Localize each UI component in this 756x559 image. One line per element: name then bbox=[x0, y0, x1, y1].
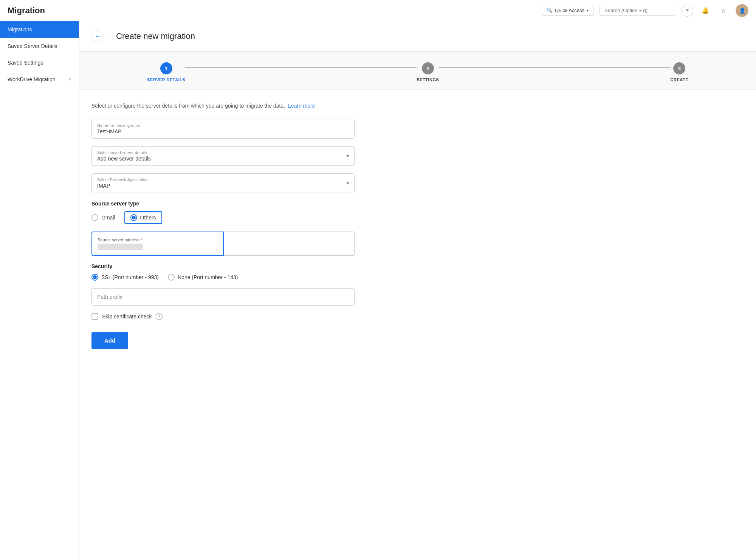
source-server-type-radio-group: Gmail Others bbox=[91, 211, 355, 224]
app-title: Migration bbox=[8, 6, 45, 15]
step-3-label: CREATE bbox=[671, 77, 688, 82]
help-icon: ? bbox=[686, 8, 689, 14]
skip-cert-row: Skip certificate check ? bbox=[91, 313, 355, 320]
learn-more-link[interactable]: Learn more bbox=[288, 103, 315, 109]
content-inner: ← Create new migration 1 SERVER DETAILS bbox=[79, 21, 756, 559]
saved-server-field: Select saved server details Add new serv… bbox=[91, 146, 355, 166]
step-3-number: 3 bbox=[678, 66, 681, 71]
external-link-icon: ↗ bbox=[68, 77, 71, 82]
notifications-button[interactable]: 🔔 bbox=[699, 5, 711, 17]
step-3-circle: 3 bbox=[673, 62, 685, 74]
app-container: Migration 🔍 Quick Access ▾ ? 🔔 ⌂ 👤 bbox=[0, 0, 756, 559]
home-button[interactable]: ⌂ bbox=[717, 5, 730, 17]
migration-name-field: Name for this migration bbox=[91, 119, 355, 139]
page-title: Create new migration bbox=[116, 31, 195, 41]
bell-icon: 🔔 bbox=[702, 7, 709, 14]
none-radio-label: None (Port number - 143) bbox=[178, 274, 238, 280]
step-2-circle: 2 bbox=[422, 62, 434, 74]
migration-name-input[interactable] bbox=[97, 128, 349, 134]
step-2-label: SETTINGS bbox=[417, 77, 439, 82]
protocol-value: IMAP bbox=[97, 183, 349, 189]
protocol-dropdown-icon: ▾ bbox=[347, 181, 349, 186]
step-2-number: 2 bbox=[426, 66, 429, 71]
search-input[interactable] bbox=[600, 5, 675, 16]
saved-server-select[interactable]: Select saved server details Add new serv… bbox=[91, 146, 355, 166]
protocol-label: Select Protocol/ Application bbox=[97, 178, 349, 182]
gmail-radio-label: Gmail bbox=[101, 215, 115, 221]
stepper: 1 SERVER DETAILS 2 SETTINGS bbox=[147, 62, 688, 82]
source-server-address-field: Source server address * bbox=[91, 232, 224, 256]
step-create: 3 CREATE bbox=[671, 62, 688, 82]
step-settings: 2 SETTINGS bbox=[417, 62, 439, 82]
content: ← Create new migration 1 SERVER DETAILS bbox=[79, 21, 756, 559]
step-1-number: 1 bbox=[165, 66, 167, 71]
migration-name-label: Name for this migration bbox=[97, 123, 349, 128]
sidebar-item-migrations-label: Migrations bbox=[8, 26, 32, 32]
top-bar-right: 🔍 Quick Access ▾ ? 🔔 ⌂ 👤 bbox=[542, 4, 748, 17]
gmail-radio-circle[interactable] bbox=[91, 214, 98, 221]
saved-server-label: Select saved server details bbox=[97, 150, 349, 155]
migration-name-wrap: Name for this migration bbox=[91, 119, 355, 139]
search-icon: 🔍 bbox=[547, 8, 553, 13]
ssl-radio-label: SSL (Port number - 993) bbox=[101, 274, 159, 280]
path-prefix-field bbox=[91, 288, 355, 306]
avatar-initial: 👤 bbox=[739, 8, 745, 14]
form-description: Select or configure the server details f… bbox=[91, 102, 355, 110]
back-button[interactable]: ← bbox=[91, 30, 104, 42]
source-server-address-label: Source server address * bbox=[98, 238, 218, 242]
top-bar: Migration 🔍 Quick Access ▾ ? 🔔 ⌂ 👤 bbox=[0, 0, 756, 21]
protocol-field: Select Protocol/ Application IMAP ▾ bbox=[91, 173, 355, 193]
sidebar: Migrations Saved Server Details Saved Se… bbox=[0, 21, 79, 559]
main-layout: Migrations Saved Server Details Saved Se… bbox=[0, 21, 756, 559]
others-radio-circle[interactable] bbox=[130, 214, 137, 221]
saved-server-dropdown-icon: ▾ bbox=[347, 153, 349, 159]
sidebar-item-migrations[interactable]: Migrations bbox=[0, 21, 79, 38]
sidebar-item-workdrive-migration-label: WorkDrive Migration bbox=[8, 76, 56, 82]
source-server-address-wrap: Source server address * bbox=[91, 232, 355, 256]
protocol-select[interactable]: Select Protocol/ Application IMAP ▾ bbox=[91, 173, 355, 193]
none-radio-circle[interactable] bbox=[168, 274, 175, 281]
quick-access-label: Quick Access bbox=[555, 8, 584, 13]
avatar[interactable]: 👤 bbox=[736, 4, 748, 17]
security-radio-group: SSL (Port number - 993) None (Port numbe… bbox=[91, 274, 355, 281]
source-server-address-masked bbox=[98, 244, 143, 250]
saved-server-value: Add new server details bbox=[97, 156, 349, 162]
skip-cert-label: Skip certificate check bbox=[102, 313, 152, 320]
security-section: Security SSL (Port number - 993) None (P… bbox=[91, 263, 355, 281]
home-icon: ⌂ bbox=[722, 7, 725, 14]
required-indicator: * bbox=[139, 238, 142, 242]
help-button[interactable]: ? bbox=[681, 5, 693, 17]
source-server-type-field: Source server type Gmail Others bbox=[91, 201, 355, 224]
form-description-text: Select or configure the server details f… bbox=[91, 103, 285, 109]
security-label: Security bbox=[91, 263, 355, 269]
path-prefix-input[interactable] bbox=[97, 294, 349, 300]
step-line-1 bbox=[185, 67, 417, 68]
skip-cert-help-icon[interactable]: ? bbox=[156, 313, 163, 320]
step-1-label: SERVER DETAILS bbox=[147, 77, 185, 82]
page-header: ← Create new migration bbox=[79, 21, 756, 52]
others-radio-label: Others bbox=[140, 215, 156, 221]
top-bar-left: Migration bbox=[8, 6, 45, 15]
radio-ssl[interactable]: SSL (Port number - 993) bbox=[91, 274, 159, 281]
source-server-type-label: Source server type bbox=[91, 201, 355, 207]
source-server-address-right-input[interactable] bbox=[229, 237, 349, 250]
radio-none[interactable]: None (Port number - 143) bbox=[168, 274, 238, 281]
sidebar-item-saved-server-details[interactable]: Saved Server Details bbox=[0, 38, 79, 54]
sidebar-item-workdrive-migration[interactable]: WorkDrive Migration ↗ bbox=[0, 71, 79, 88]
add-button[interactable]: Add bbox=[91, 332, 128, 349]
source-server-address-right[interactable] bbox=[224, 232, 355, 256]
ssl-radio-circle[interactable] bbox=[91, 274, 98, 281]
radio-gmail[interactable]: Gmail bbox=[91, 214, 115, 221]
step-server-details: 1 SERVER DETAILS bbox=[147, 62, 185, 82]
sidebar-item-saved-settings[interactable]: Saved Settings bbox=[0, 54, 79, 71]
radio-others[interactable]: Others bbox=[124, 211, 162, 224]
sidebar-item-saved-settings-label: Saved Settings bbox=[8, 60, 43, 66]
sidebar-item-saved-server-details-label: Saved Server Details bbox=[8, 43, 57, 49]
quick-access-button[interactable]: 🔍 Quick Access ▾ bbox=[542, 5, 593, 16]
step-line-2 bbox=[439, 67, 670, 68]
stepper-section: 1 SERVER DETAILS 2 SETTINGS bbox=[79, 52, 756, 90]
chevron-down-icon: ▾ bbox=[587, 8, 589, 12]
header-divider bbox=[110, 31, 110, 42]
skip-cert-checkbox[interactable] bbox=[91, 313, 98, 320]
step-1-circle: 1 bbox=[160, 62, 172, 74]
